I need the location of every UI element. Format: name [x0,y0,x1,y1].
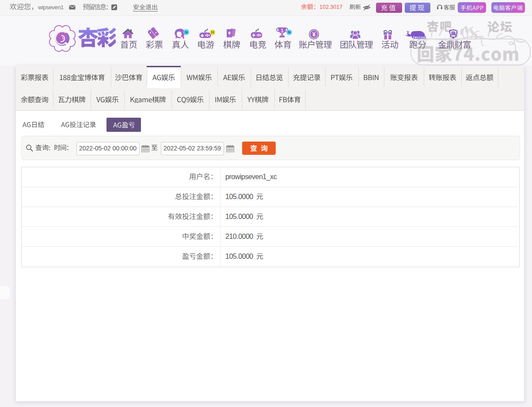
svg-text:1: 1 [281,28,284,33]
svg-text:H: H [211,30,214,35]
svg-text:N: N [288,30,291,35]
svg-text:N: N [185,30,188,35]
svg-text:犀牛工作室: 犀牛工作室 [414,36,426,39]
